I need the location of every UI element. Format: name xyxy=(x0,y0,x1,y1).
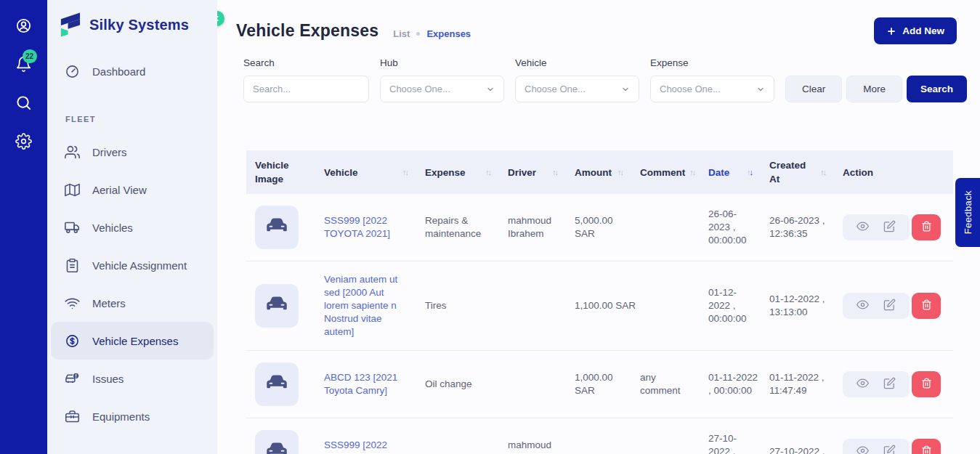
cell-vehicle: ABCD 123 [2021 Toyota Camry] xyxy=(315,351,416,418)
profile-button[interactable] xyxy=(15,17,33,36)
cell-date: 26-06- 2023 , 00:00:00 xyxy=(700,194,761,262)
cell-amount: 1,000.00 SAR xyxy=(566,351,631,418)
sort-arrows-icon[interactable]: ↑↓ xyxy=(747,166,752,179)
cell-amount: 1,100.00 SAR xyxy=(566,262,631,351)
trash-icon xyxy=(921,445,932,454)
search-input[interactable] xyxy=(243,76,369,102)
sidebar-item-vehicle-assignment[interactable]: Vehicle Assignment xyxy=(51,246,214,284)
column-header-vehicle[interactable]: Vehicle↑↓ xyxy=(315,150,416,194)
vehicle-link[interactable]: SSS999 [2022 TOYOTA 2021] xyxy=(324,439,390,454)
table-row: ABCD 123 [2021 Toyota Camry]Oil change1,… xyxy=(246,351,953,418)
vehicle-select[interactable]: Choose One... xyxy=(515,76,639,102)
plus-icon xyxy=(886,26,896,36)
edit-icon xyxy=(883,445,896,454)
column-header-driver[interactable]: Driver↑↓ xyxy=(499,150,566,194)
signal-icon xyxy=(65,296,80,311)
delete-button[interactable] xyxy=(912,214,941,240)
breadcrumb-parent[interactable]: List xyxy=(393,28,410,39)
feedback-tab[interactable]: Feedback xyxy=(955,178,980,247)
breadcrumb-current[interactable]: Expenses xyxy=(426,28,471,39)
sidebar-item-dashboard[interactable]: Dashboard xyxy=(51,52,214,90)
expenses-table: Vehicle ImageVehicle↑↓Expense↑↓Driver↑↓A… xyxy=(246,150,980,454)
toolbox-icon xyxy=(65,409,80,424)
page-header: Vehicle Expenses List Expenses Add New xyxy=(236,17,980,44)
row-actions-group xyxy=(843,371,910,397)
cell-vehicle: SSS999 [2022 TOYOTA 2021] xyxy=(315,418,416,454)
more-button[interactable]: More xyxy=(846,76,902,102)
settings-button[interactable] xyxy=(15,133,33,152)
cell-vehicle-image xyxy=(246,194,315,262)
edit-button[interactable] xyxy=(883,377,897,392)
trash-icon xyxy=(921,221,932,234)
vehicle-link[interactable]: Veniam autem ut sed [2000 Aut lorem sapi… xyxy=(324,274,397,337)
cell-expense: Repairs & maintenance xyxy=(416,194,499,262)
sidebar-item-label: Issues xyxy=(92,373,123,385)
edit-button[interactable] xyxy=(883,299,897,313)
cell-expense xyxy=(416,418,499,454)
eye-icon xyxy=(857,377,869,392)
hub-select[interactable]: Choose One... xyxy=(380,76,504,102)
vehicle-link[interactable]: SSS999 [2022 TOYOTA 2021] xyxy=(324,215,390,239)
column-header-created-at[interactable]: Created At↑↓ xyxy=(761,150,834,194)
search-button[interactable] xyxy=(15,94,33,113)
sort-arrows-icon[interactable]: ↑↓ xyxy=(402,166,408,179)
column-label: Driver xyxy=(508,166,536,179)
sidebar-item-equipments[interactable]: Equipments xyxy=(51,397,214,435)
sidebar-item-issues[interactable]: Issues xyxy=(51,360,214,397)
search-icon xyxy=(15,94,32,113)
vehicle-link[interactable]: ABCD 123 [2021 Toyota Camry] xyxy=(324,372,397,396)
search-filter-label: Search xyxy=(243,57,369,68)
vehicle-image xyxy=(255,362,299,406)
row-actions-group xyxy=(843,214,910,240)
sort-desc-icon: ↓ xyxy=(488,166,491,179)
column-header-vehicle-image: Vehicle Image xyxy=(246,150,315,194)
cell-expense: Tires xyxy=(416,262,499,351)
filter-bar: Search Hub Choose One... Vehicle Choose … xyxy=(243,57,980,102)
sidebar-item-meters[interactable]: Meters xyxy=(51,284,214,322)
brand-logo[interactable]: Silky Systems xyxy=(47,0,217,46)
edit-button[interactable] xyxy=(883,445,897,454)
delete-button[interactable] xyxy=(912,371,941,397)
delete-button[interactable] xyxy=(912,293,941,319)
car-icon xyxy=(264,214,289,242)
sidebar-item-vehicles[interactable]: Vehicles xyxy=(51,208,214,246)
table-header-row: Vehicle ImageVehicle↑↓Expense↑↓Driver↑↓A… xyxy=(246,150,953,194)
sort-desc-icon: ↓ xyxy=(692,166,695,179)
sort-arrows-icon[interactable]: ↑↓ xyxy=(689,166,694,179)
row-actions xyxy=(843,371,944,397)
notifications-button[interactable]: 22 xyxy=(15,56,33,75)
cell-action xyxy=(834,194,953,262)
cell-vehicle: Veniam autem ut sed [2000 Aut lorem sapi… xyxy=(315,262,416,351)
column-header-date[interactable]: Date↑↓ xyxy=(700,150,761,194)
delete-button[interactable] xyxy=(912,439,941,454)
feedback-tab-label: Feedback xyxy=(963,190,973,234)
sort-arrows-icon[interactable]: ↑↓ xyxy=(820,166,825,179)
eye-icon xyxy=(857,445,869,454)
sort-arrows-icon[interactable]: ↑↓ xyxy=(617,166,623,179)
sort-desc-icon: ↓ xyxy=(823,166,826,179)
sidebar-item-vehicle-expenses[interactable]: Vehicle Expenses xyxy=(51,322,214,360)
sidebar-item-label: Equipments xyxy=(92,410,150,423)
column-header-expense[interactable]: Expense↑↓ xyxy=(416,150,499,194)
sidebar-item-drivers[interactable]: Drivers xyxy=(51,133,214,171)
clear-button[interactable]: Clear xyxy=(785,76,842,102)
sort-arrows-icon[interactable]: ↑↓ xyxy=(485,166,490,179)
cell-vehicle: SSS999 [2022 TOYOTA 2021] xyxy=(315,194,416,262)
view-button[interactable] xyxy=(855,299,870,313)
view-button[interactable] xyxy=(855,377,870,392)
sort-desc-icon: ↓ xyxy=(555,166,558,179)
sidebar-collapse-button[interactable] xyxy=(217,11,224,26)
edit-button[interactable] xyxy=(883,220,897,235)
search-button[interactable]: Search xyxy=(907,76,967,102)
sidebar-item-aerial-view[interactable]: Aerial View xyxy=(51,171,214,208)
add-new-button[interactable]: Add New xyxy=(874,17,957,44)
column-header-amount[interactable]: Amount↑↓ xyxy=(566,150,631,194)
expense-select[interactable]: Choose One... xyxy=(650,76,774,102)
column-header-comment[interactable]: Comment↑↓ xyxy=(631,150,700,194)
view-button[interactable] xyxy=(855,445,870,454)
view-button[interactable] xyxy=(855,220,870,235)
vehicle-filter-label: Vehicle xyxy=(515,57,639,68)
column-header-action: Action xyxy=(834,150,953,194)
sort-arrows-icon[interactable]: ↑↓ xyxy=(552,166,557,179)
cell-driver xyxy=(499,351,566,418)
